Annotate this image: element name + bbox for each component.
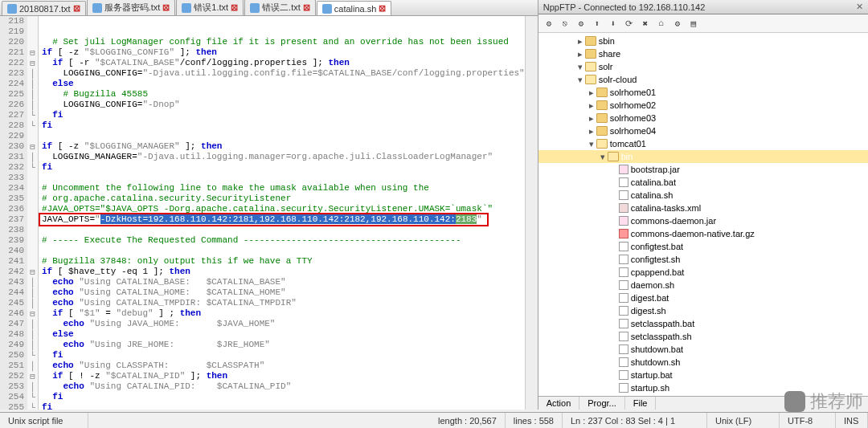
fold-marker[interactable]: │ [27, 100, 38, 110]
tree-folder[interactable]: ▾solr [538, 60, 868, 73]
fold-marker[interactable]: ⊟ [27, 58, 38, 68]
tree-file[interactable]: shutdown.bat [538, 343, 868, 356]
chevron-right-icon[interactable]: ▸ [587, 88, 596, 98]
fold-marker[interactable] [27, 256, 38, 267]
fold-marker[interactable]: └ [27, 110, 38, 120]
tree-file[interactable]: configtest.bat [538, 240, 868, 253]
code-line[interactable]: else [42, 329, 525, 340]
code-line[interactable]: # Set juli LogManager config file if it … [42, 37, 525, 47]
chevron-down-icon[interactable]: ▾ [587, 139, 596, 149]
code-line[interactable]: echo "Using CATALINA_HOME: $CATALINA_HOM… [42, 287, 525, 298]
code-line[interactable]: echo "Using CATALINA_TMPDIR: $CATALINA_T… [42, 298, 525, 308]
fold-marker[interactable]: ⊟ [27, 47, 38, 58]
fold-marker[interactable]: └ [27, 350, 38, 361]
fold-marker[interactable]: │ [27, 381, 38, 392]
tree-file[interactable]: commons-daemon.jar [538, 214, 868, 227]
fold-marker[interactable]: │ [27, 287, 38, 298]
code-line[interactable]: fi [42, 120, 525, 131]
editor-tab[interactable]: 服务器密码.txt⊠ [87, 0, 176, 15]
code-line[interactable]: echo "Using CATALINA_PID: $CATALINA_PID" [42, 381, 525, 392]
fold-marker[interactable]: │ [27, 298, 38, 308]
fold-marker[interactable]: └ [27, 402, 38, 410]
code-line[interactable]: LOGGING_MANAGER="-Djava.util.logging.man… [42, 152, 525, 162]
fold-marker[interactable]: ⊟ [27, 371, 38, 381]
tree-file[interactable]: startup.bat [538, 369, 868, 381]
fold-marker[interactable] [27, 204, 38, 214]
close-icon[interactable]: ⊠ [162, 2, 170, 13]
close-icon[interactable]: ⊠ [379, 3, 386, 14]
code-line[interactable]: else [42, 79, 525, 89]
fold-marker[interactable]: └ [27, 392, 38, 402]
code-line[interactable]: if [ "$1" = "debug" ] ; then [42, 308, 525, 319]
tree-file[interactable]: configtest.sh [538, 253, 868, 266]
fold-marker[interactable]: │ [27, 319, 38, 329]
tree-file[interactable]: commons-daemon-native.tar.gz [538, 227, 868, 240]
tree-folder[interactable]: ▾tomcat01 [538, 137, 868, 150]
code-line[interactable]: echo "Using CATALINA_BASE: $CATALINA_BAS… [42, 277, 525, 287]
tree-folder[interactable]: ▸solrhome02 [538, 99, 868, 112]
code-line[interactable] [42, 173, 525, 183]
fold-marker[interactable] [27, 225, 38, 235]
fold-marker[interactable]: │ [27, 89, 38, 100]
editor-scrollbar[interactable] [525, 16, 538, 410]
code-line[interactable]: echo "Using CLASSPATH: $CLASSPATH" [42, 361, 525, 371]
tree-file[interactable]: bootstrap.jar [538, 163, 868, 176]
refresh-icon[interactable]: ⟳ [622, 16, 637, 31]
editor-tab[interactable]: catalina.sh⊠ [317, 1, 392, 15]
code-line[interactable] [42, 131, 525, 141]
code-line[interactable]: if [ $have_tty -eq 1 ]; then [42, 267, 525, 277]
code-line[interactable]: # Uncomment the following line to make t… [42, 183, 525, 194]
settings-icon[interactable]: ⚙ [574, 16, 588, 31]
code-line[interactable]: echo "Using JRE_HOME: $JRE_HOME" [42, 340, 525, 350]
download-icon[interactable]: ⬇ [606, 16, 620, 31]
fold-marker[interactable]: │ [27, 68, 38, 79]
fold-marker[interactable] [27, 131, 38, 141]
chevron-right-icon[interactable]: ▸ [587, 100, 596, 111]
fold-marker[interactable] [27, 183, 38, 194]
fold-marker[interactable]: └ [27, 120, 38, 131]
code-line[interactable] [42, 16, 525, 26]
code-line[interactable]: fi [42, 392, 525, 402]
panel-tab[interactable]: Action [538, 397, 580, 410]
tree-file[interactable]: startup.sh [538, 381, 868, 394]
chevron-right-icon[interactable]: ▸ [575, 36, 585, 47]
fold-marker[interactable]: │ [27, 340, 38, 350]
code-line[interactable]: # ----- Execute The Requested Command --… [42, 235, 525, 246]
code-line[interactable]: if [ -z "$LOGGING_CONFIG" ]; then [42, 47, 525, 58]
tree-file[interactable]: catalina-tasks.xml [538, 202, 868, 214]
code-lines[interactable]: # Set juli LogManager config file if it … [39, 16, 525, 410]
fold-marker[interactable]: ⊟ [27, 267, 38, 277]
link-icon[interactable]: ⚙ [542, 16, 556, 31]
tree-file[interactable]: setclasspath.sh [538, 330, 868, 343]
code-line[interactable]: # Bugzilla 45585 [42, 89, 525, 100]
fold-marker[interactable] [27, 214, 38, 225]
code-line[interactable]: if [ ! -z "$CATALINA_PID" ]; then [42, 371, 525, 381]
fold-marker[interactable] [27, 246, 38, 256]
panel-tab[interactable]: File [625, 397, 657, 410]
close-icon[interactable]: ⊠ [231, 2, 238, 13]
fold-marker[interactable] [27, 235, 38, 246]
fold-marker[interactable] [27, 26, 38, 37]
chevron-right-icon[interactable]: ▸ [575, 49, 585, 59]
fold-marker[interactable]: │ [27, 329, 38, 340]
upload-icon[interactable]: ⬆ [590, 16, 604, 31]
tree-file[interactable]: cpappend.bat [538, 266, 868, 279]
code-line[interactable]: # Bugzilla 37848: only output this if we… [42, 256, 525, 267]
editor-tab[interactable]: 20180817.txt⊠ [2, 1, 86, 15]
disconnect-icon[interactable]: ⎋ [558, 16, 572, 31]
chevron-right-icon[interactable]: ▸ [587, 113, 596, 124]
close-icon[interactable]: ✕ [856, 2, 863, 12]
tree-folder[interactable]: ▸sbin [538, 35, 868, 47]
fold-marker[interactable]: │ [27, 152, 38, 162]
home-icon[interactable]: ⌂ [654, 16, 669, 31]
close-icon[interactable]: ⊠ [73, 3, 80, 14]
code-line[interactable] [42, 246, 525, 256]
console-icon[interactable]: ▤ [686, 16, 701, 31]
fold-marker[interactable] [27, 173, 38, 183]
fold-marker[interactable] [27, 194, 38, 204]
fold-marker[interactable]: ⊟ [27, 141, 38, 152]
tree-file[interactable]: digest.sh [538, 304, 868, 317]
code-line[interactable]: JAVA_OPTS="-DzkHost=192.168.110.142:2181… [42, 214, 525, 225]
fold-marker[interactable]: ⊟ [27, 308, 38, 319]
code-line[interactable] [42, 26, 525, 37]
